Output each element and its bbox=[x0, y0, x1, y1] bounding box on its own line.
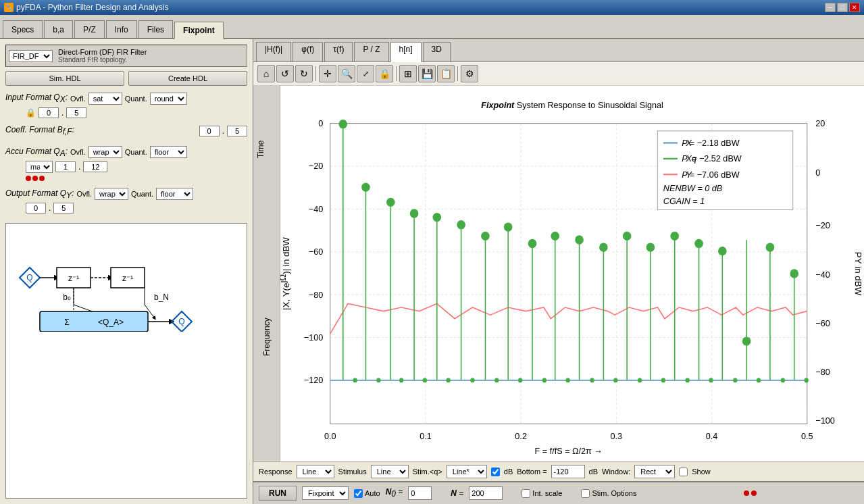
run-button[interactable]: RUN bbox=[259, 486, 297, 501]
output-dot: . bbox=[49, 203, 51, 213]
pan-button[interactable]: ✛ bbox=[319, 65, 336, 82]
save-button[interactable]: 💾 bbox=[418, 65, 436, 82]
stim-options-checkbox[interactable] bbox=[581, 489, 590, 498]
tab-tau[interactable]: τ(f) bbox=[324, 42, 353, 61]
svg-text:0.2: 0.2 bbox=[515, 430, 527, 440]
plot-toolbar: ⌂ ↺ ↻ ✛ 🔍 ⤢ 🔒 ⊞ 💾 📋 ⚙ bbox=[253, 62, 864, 86]
maximize-button[interactable]: □ bbox=[837, 3, 848, 12]
filter-type-select[interactable]: FIR_DF bbox=[9, 50, 53, 62]
svg-point-96 bbox=[766, 243, 775, 251]
accu-frac-bits[interactable] bbox=[83, 161, 107, 172]
input-format-label: Input Format QX: bbox=[5, 93, 68, 104]
input-quant-select[interactable]: roundfloorfixceil bbox=[150, 93, 187, 105]
grid-button[interactable]: ⊞ bbox=[399, 65, 417, 82]
tab-3d[interactable]: 3D bbox=[423, 42, 451, 61]
stim-options-label[interactable]: Stim. Options bbox=[592, 489, 636, 497]
svg-point-70 bbox=[457, 220, 465, 229]
svg-text:= −2.18 dBW: = −2.18 dBW bbox=[690, 138, 740, 148]
tab-specs[interactable]: Specs bbox=[3, 20, 43, 38]
svg-text:z⁻¹: z⁻¹ bbox=[68, 274, 79, 283]
accu-red-dot-3 bbox=[39, 176, 45, 181]
tab-info[interactable]: Info bbox=[106, 20, 137, 38]
response-select[interactable]: LineStemStep bbox=[297, 465, 334, 478]
filter-subtitle: Standard FIR topology. bbox=[58, 56, 147, 64]
svg-text:20: 20 bbox=[815, 118, 825, 128]
minimize-button[interactable]: ─ bbox=[825, 3, 836, 12]
svg-point-82 bbox=[599, 243, 608, 251]
coeff-int-bits[interactable] bbox=[199, 126, 220, 136]
svg-point-109 bbox=[590, 378, 594, 383]
accu-mode-select[interactable]: manauto bbox=[26, 161, 53, 173]
stim-q-select[interactable]: Line*Stem* bbox=[447, 465, 487, 478]
int-scale-label[interactable]: Int. scale bbox=[532, 489, 562, 497]
stimulus-select[interactable]: LineStem bbox=[371, 465, 409, 478]
auto-label[interactable]: Auto bbox=[365, 489, 380, 497]
home-button[interactable]: ⌂ bbox=[257, 65, 275, 82]
input-int-bits[interactable] bbox=[39, 107, 59, 118]
auto-checkbox[interactable] bbox=[354, 489, 363, 498]
svg-point-102 bbox=[423, 378, 427, 383]
accu-ovfl-select[interactable]: wrapsat bbox=[88, 146, 122, 158]
main-tabs: Specs b,a P/Z Info Files Fixpoint bbox=[0, 15, 864, 39]
tab-hn[interactable]: h[n] bbox=[390, 42, 422, 62]
tab-fixpoint[interactable]: Fixpoint bbox=[174, 22, 224, 39]
output-quant-select[interactable]: floorroundfixceil bbox=[156, 188, 193, 200]
zoom-button[interactable]: 🔍 bbox=[338, 65, 355, 82]
zoom-fit-button[interactable]: ⤢ bbox=[357, 65, 374, 82]
int-scale-checkbox[interactable] bbox=[522, 489, 530, 498]
svg-point-105 bbox=[494, 378, 499, 383]
svg-text:0.1: 0.1 bbox=[420, 430, 432, 440]
lock-button[interactable]: 🔒 bbox=[376, 65, 393, 82]
tab-pz[interactable]: P / Z bbox=[354, 42, 388, 61]
sim-hdl-button[interactable]: Sim. HDL bbox=[5, 71, 124, 86]
settings-button[interactable]: ⚙ bbox=[461, 65, 478, 82]
coeff-frac-bits[interactable] bbox=[227, 126, 247, 136]
redo-button[interactable]: ↻ bbox=[295, 65, 313, 82]
svg-text:= −2.52 dBW: = −2.52 dBW bbox=[692, 153, 742, 163]
output-ovfl-select[interactable]: wrapsat bbox=[95, 188, 128, 200]
close-button[interactable]: ✕ bbox=[849, 3, 860, 12]
accu-int-bits[interactable] bbox=[55, 161, 76, 172]
n-input[interactable] bbox=[469, 486, 503, 500]
db-label[interactable]: dB bbox=[504, 468, 513, 476]
svg-point-90 bbox=[694, 239, 703, 248]
frequency-label[interactable]: Frequency bbox=[253, 213, 280, 461]
show-checkbox[interactable] bbox=[679, 468, 688, 476]
svg-point-80 bbox=[575, 235, 584, 244]
svg-point-114 bbox=[709, 378, 713, 383]
window-select[interactable]: RectHannHammingBlackman bbox=[634, 465, 675, 478]
tab-phase[interactable]: φ(f) bbox=[293, 42, 323, 61]
svg-point-118 bbox=[804, 378, 808, 383]
svg-text:0: 0 bbox=[815, 168, 820, 178]
svg-text:−60: −60 bbox=[309, 247, 323, 257]
app-icon: 🔧 bbox=[4, 3, 14, 12]
db-checkbox[interactable] bbox=[491, 468, 500, 476]
bottom-controls: Response LineStemStep Stimulus LineStem … bbox=[253, 461, 864, 481]
tab-ba[interactable]: b,a bbox=[44, 20, 73, 38]
svg-point-92 bbox=[718, 247, 727, 255]
run-bar-dot-2 bbox=[751, 490, 757, 496]
input-ovfl-select[interactable]: satwrap bbox=[88, 93, 122, 105]
svg-point-111 bbox=[638, 378, 642, 383]
svg-text:Σ: Σ bbox=[64, 318, 69, 327]
output-int-bits[interactable] bbox=[26, 203, 46, 213]
bottom-value-input[interactable] bbox=[551, 465, 585, 478]
filter-title: Direct-Form (DF) FIR Filter bbox=[58, 48, 147, 56]
accu-quant-select[interactable]: floorroundfixceil bbox=[150, 146, 187, 158]
create-hdl-button[interactable]: Create HDL bbox=[128, 71, 247, 86]
n0-input[interactable] bbox=[408, 486, 432, 500]
tab-files[interactable]: Files bbox=[138, 20, 173, 38]
input-lock-icon[interactable]: 🔒 bbox=[26, 108, 36, 118]
run-mode-select[interactable]: FixpointFloat bbox=[302, 486, 349, 500]
time-label[interactable]: Time bbox=[253, 86, 267, 213]
undo-button[interactable]: ↺ bbox=[276, 65, 294, 82]
tab-hf[interactable]: |H(f)| bbox=[256, 42, 291, 61]
show-label[interactable]: Show bbox=[692, 468, 711, 476]
input-frac-bits[interactable] bbox=[66, 107, 86, 118]
output-frac-bits[interactable] bbox=[53, 203, 74, 213]
copy-button[interactable]: 📋 bbox=[437, 65, 455, 82]
stim-q-label: Stim.<q> bbox=[413, 468, 442, 476]
quant-label-output: Quant. bbox=[131, 190, 153, 198]
tab-pz[interactable]: P/Z bbox=[74, 20, 105, 38]
svg-text:0.0: 0.0 bbox=[324, 430, 336, 440]
